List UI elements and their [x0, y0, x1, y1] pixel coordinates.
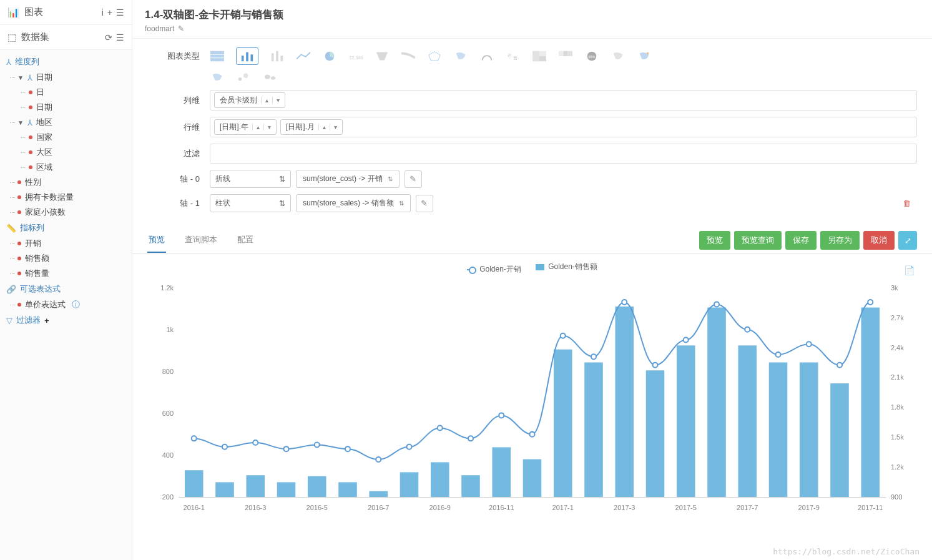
svg-rect-19 [563, 51, 567, 56]
chart-type-line[interactable] [296, 50, 311, 62]
preview-query-button[interactable]: 预览查询 [734, 231, 782, 250]
tab-preview[interactable]: 预览 [147, 228, 166, 253]
dimensions-section[interactable]: ⅄ 维度列 [6, 54, 129, 70]
col-tag[interactable]: 会员卡级别▴▾ [214, 92, 285, 108]
chart-type-treemap[interactable] [532, 50, 547, 62]
tree-leaf[interactable]: 国家 [29, 130, 129, 145]
edit-icon[interactable]: ✎ [178, 24, 184, 33]
tree-leaf[interactable]: 日 [29, 85, 129, 100]
tree-leaf[interactable]: 日期 [29, 100, 129, 115]
menu-icon[interactable]: ☰ [116, 7, 124, 17]
chart-type-gauge[interactable] [479, 50, 494, 62]
filter-icon: ▽ [6, 316, 12, 325]
chart-type-sankey[interactable] [401, 50, 416, 62]
tree-node-date[interactable]: ▼⅄日期 [17, 70, 129, 85]
refresh-icon[interactable]: ⟳ [105, 32, 112, 42]
row-tag-1[interactable]: [日期].年▴▾ [214, 119, 277, 135]
chart-type-heatmap[interactable] [558, 50, 573, 62]
svg-rect-54 [554, 350, 572, 498]
chart-type-world-map[interactable] [262, 71, 277, 84]
chart-type-map-china[interactable] [453, 50, 468, 62]
chart-type-funnel[interactable] [375, 50, 390, 62]
svg-rect-51 [461, 475, 480, 497]
chart-type-bubble[interactable] [236, 71, 251, 84]
preview-button[interactable]: 预览 [699, 231, 730, 250]
chart-type-radar[interactable] [427, 50, 442, 62]
expressions-section[interactable]: 🔗 可选表达式 [6, 281, 129, 297]
expand-button[interactable]: ⤢ [898, 231, 917, 250]
chart-type-picker: 12,346 词云 65% [210, 47, 917, 65]
chart-type-table[interactable] [210, 50, 225, 62]
tree-leaf[interactable]: 家庭小孩数 [17, 205, 129, 220]
plus-icon[interactable]: + [107, 7, 112, 17]
tree-leaf[interactable]: 大区 [29, 145, 129, 160]
chart-type-label: 图表类型 [147, 51, 210, 62]
chart-type-stacked-bar[interactable] [270, 50, 285, 62]
tab-settings[interactable]: 配置 [236, 228, 255, 253]
charts-title: 图表 [24, 6, 43, 18]
row-tag-2[interactable]: [日期].月▴▾ [280, 119, 343, 135]
svg-text:2.4k: 2.4k [891, 344, 904, 351]
legend-line[interactable]: Golden-开销 [467, 264, 521, 275]
cancel-button[interactable]: 取消 [863, 231, 895, 250]
document-icon[interactable]: 📄 [904, 265, 915, 275]
datasets-title: 数据集 [21, 31, 49, 43]
svg-rect-55 [584, 362, 603, 497]
menu-icon[interactable]: ☰ [116, 32, 124, 42]
filter-field[interactable] [210, 144, 917, 164]
svg-point-81 [684, 338, 689, 343]
svg-text:200: 200 [162, 493, 174, 501]
sort-icon[interactable]: ▴ [261, 97, 268, 104]
filter-icon[interactable]: ▾ [272, 97, 280, 104]
chart-type-wordcloud[interactable]: 词云 [506, 50, 521, 62]
col-dim-label: 列维 [147, 95, 210, 106]
chart-type-relation[interactable] [637, 50, 652, 62]
axis1-expression[interactable]: sum(store_sales) -> 销售额⇅ [296, 194, 411, 212]
tree-node-region[interactable]: ▼⅄地区 [17, 115, 129, 130]
svg-text:2017-9: 2017-9 [798, 504, 820, 511]
tree-leaf[interactable]: 性别 [17, 175, 129, 190]
save-button[interactable]: 保存 [785, 231, 817, 250]
svg-text:1.2k: 1.2k [891, 463, 904, 471]
tree-leaf[interactable]: 销售额 [17, 251, 129, 266]
info-icon[interactable]: ⓘ [72, 299, 80, 310]
tree-leaf[interactable]: 开销 [17, 236, 129, 251]
filters-section[interactable]: ▽ 过滤器 + [6, 312, 129, 328]
chart-type-scatter-map[interactable] [210, 71, 225, 84]
chart-type-bar[interactable] [236, 47, 258, 65]
datasource-name: foodmart [145, 24, 174, 33]
filter-label: 过滤 [147, 148, 210, 159]
chart-type-markmap[interactable] [611, 50, 625, 62]
axis0-edit-icon[interactable]: ✎ [405, 170, 422, 188]
col-dim-field[interactable]: 会员卡级别▴▾ [210, 90, 917, 111]
tabs-row: 预览 查询脚本 配置 预览 预览查询 保存 另存为 取消 ⤢ [132, 227, 932, 254]
axis1-type-select[interactable]: 柱状⇅ [210, 194, 291, 212]
svg-rect-47 [338, 482, 357, 497]
tree-leaf[interactable]: 区域 [29, 160, 129, 175]
config-panel: 图表类型 12,346 词云 65% [132, 39, 932, 222]
page-title: 1.4-双轴图-金卡开销与销售额 [145, 7, 920, 22]
svg-text:800: 800 [162, 368, 174, 375]
plus-icon[interactable]: + [44, 316, 49, 325]
axis0-expression[interactable]: sum(store_cost) -> 开销⇅ [296, 170, 400, 188]
legend-bar[interactable]: Golden-销售额 [536, 262, 597, 272]
row-dim-field[interactable]: [日期].年▴▾ [日期].月▴▾ [210, 117, 917, 137]
svg-rect-43 [215, 482, 234, 497]
dimensions-tree: ⅄ 维度列 ▼⅄日期 日 日期 ▼⅄地区 国家 大区 区域 性别 拥有卡数据量 … [0, 50, 132, 332]
tree-leaf[interactable]: 单价表达式ⓘ [17, 297, 129, 312]
axis1-edit-icon[interactable]: ✎ [416, 195, 433, 212]
chart-type-pie[interactable] [322, 50, 337, 62]
metrics-section[interactable]: 📏 指标列 [6, 220, 129, 236]
svg-point-27 [271, 76, 275, 80]
chart-type-liquid[interactable]: 65% [584, 50, 599, 62]
chart-type-kpi[interactable]: 12,346 [348, 50, 363, 62]
save-as-button[interactable]: 另存为 [820, 231, 860, 250]
tree-leaf[interactable]: 销售量 [17, 266, 129, 281]
cube-icon: ⬚ [7, 32, 16, 43]
axis0-type-select[interactable]: 折线⇅ [210, 170, 291, 188]
tab-script[interactable]: 查询脚本 [184, 228, 218, 253]
delete-axis-icon[interactable]: 🗑 [896, 199, 917, 208]
tree-leaf[interactable]: 拥有卡数据量 [17, 190, 129, 205]
info-icon[interactable]: i [102, 7, 104, 17]
svg-point-70 [345, 446, 350, 451]
